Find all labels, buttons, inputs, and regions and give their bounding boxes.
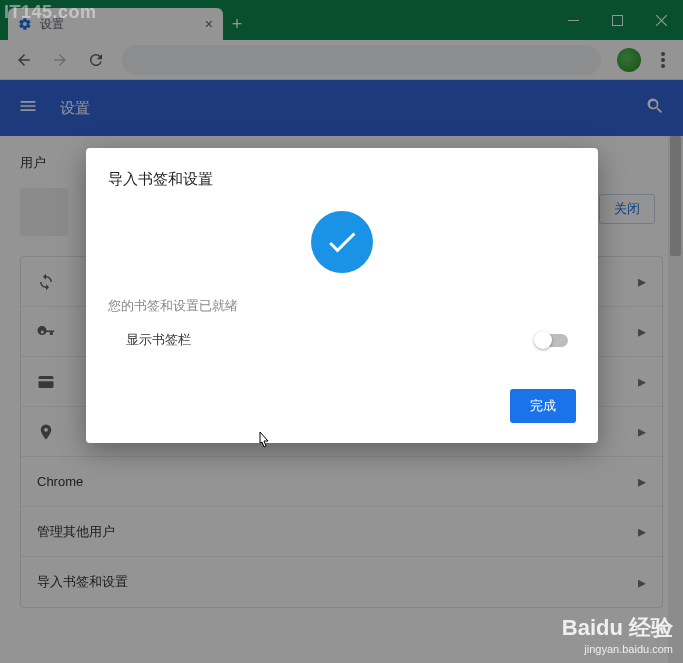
success-indicator: [108, 211, 576, 273]
watermark-bottom-right: Baidu 经验 jingyan.baidu.com: [562, 613, 673, 655]
dialog-actions: 完成: [108, 389, 576, 423]
modal-overlay: 导入书签和设置 您的书签和设置已就绪 显示书签栏 完成: [0, 0, 683, 663]
done-button[interactable]: 完成: [510, 389, 576, 423]
toggle-switch[interactable]: [536, 334, 568, 347]
watermark-main: Baidu 经验: [562, 613, 673, 643]
option-label: 显示书签栏: [126, 331, 536, 349]
dialog-status-text: 您的书签和设置已就绪: [108, 297, 576, 315]
import-dialog: 导入书签和设置 您的书签和设置已就绪 显示书签栏 完成: [86, 148, 598, 443]
dialog-title: 导入书签和设置: [108, 170, 576, 189]
check-circle-icon: [311, 211, 373, 273]
show-bookmarks-bar-option: 显示书签栏: [108, 331, 576, 349]
watermark-top-left: IT145.com: [4, 2, 97, 23]
watermark-sub: jingyan.baidu.com: [562, 643, 673, 655]
